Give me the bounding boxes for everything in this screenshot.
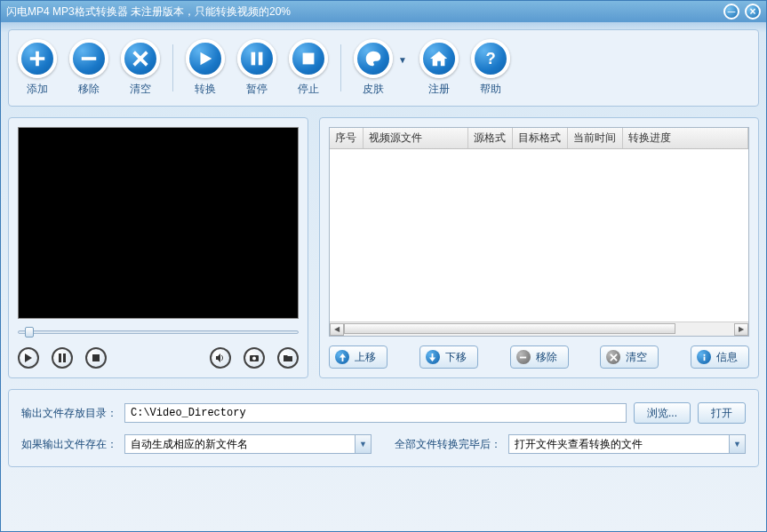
preview-pause-button[interactable] xyxy=(52,347,73,369)
titlebar: 闪电MP4 MP3格式转换器 未注册版本，只能转换视频的20% ─ × xyxy=(1,1,766,22)
output-panel: 输出文件存放目录： 浏览... 打开 如果输出文件存在： 自动生成相应的新文件名… xyxy=(8,389,759,467)
video-preview xyxy=(18,127,299,319)
svg-rect-10 xyxy=(520,356,526,358)
col-dstfmt[interactable]: 目标格式 xyxy=(513,128,568,148)
home-icon xyxy=(419,39,459,78)
file-list-panel: 序号 视频源文件 源格式 目标格式 当前时间 转换进度 ◀ ▶ xyxy=(319,117,759,378)
preview-open-button[interactable] xyxy=(277,347,299,369)
preview-panel xyxy=(8,117,308,378)
table-hscrollbar[interactable]: ◀ ▶ xyxy=(330,322,748,336)
info-icon xyxy=(697,350,711,364)
play-icon xyxy=(186,39,225,78)
svg-rect-3 xyxy=(303,53,315,65)
skin-button[interactable]: 皮肤 xyxy=(354,39,393,97)
svg-rect-6 xyxy=(63,353,66,362)
preview-snapshot-button[interactable] xyxy=(244,347,265,369)
svg-rect-12 xyxy=(703,356,705,361)
arrow-down-icon xyxy=(426,350,440,364)
help-button[interactable]: ? 帮助 xyxy=(471,39,510,97)
svg-rect-7 xyxy=(92,354,100,361)
arrow-up-icon xyxy=(335,350,349,364)
output-dir-input[interactable] xyxy=(124,403,627,423)
info-button[interactable]: 信息 xyxy=(691,345,749,369)
minimize-button[interactable]: ─ xyxy=(723,4,739,20)
clear-button[interactable]: 清空 xyxy=(121,39,160,97)
remove-button[interactable]: 移除 xyxy=(69,39,108,97)
minus-icon xyxy=(69,39,108,78)
col-time[interactable]: 当前时间 xyxy=(568,128,623,148)
svg-point-9 xyxy=(252,357,256,361)
file-table: 序号 视频源文件 源格式 目标格式 当前时间 转换进度 ◀ ▶ xyxy=(329,127,749,337)
stop-icon xyxy=(289,39,328,78)
browse-button[interactable]: 浏览... xyxy=(634,402,691,424)
svg-rect-1 xyxy=(252,52,256,66)
stop-button[interactable]: 停止 xyxy=(289,39,328,97)
chevron-down-icon: ▼ xyxy=(355,435,371,453)
scroll-left-icon[interactable]: ◀ xyxy=(330,323,344,336)
move-down-button[interactable]: 下移 xyxy=(419,345,478,369)
chevron-down-icon: ▼ xyxy=(729,435,745,453)
skin-icon xyxy=(354,39,393,78)
convert-button[interactable]: 转换 xyxy=(186,39,225,97)
pause-button[interactable]: 暂停 xyxy=(237,39,276,97)
list-remove-button[interactable]: 移除 xyxy=(510,345,569,369)
svg-rect-0 xyxy=(82,57,97,60)
preview-play-button[interactable] xyxy=(18,347,39,369)
svg-rect-5 xyxy=(59,353,61,362)
table-body[interactable] xyxy=(330,149,748,322)
svg-rect-2 xyxy=(259,52,263,66)
minus-icon xyxy=(516,350,531,364)
svg-point-11 xyxy=(703,353,705,355)
table-header: 序号 视频源文件 源格式 目标格式 当前时间 转换进度 xyxy=(330,128,748,149)
after-combo[interactable]: 打开文件夹查看转换的文件 ▼ xyxy=(508,434,746,454)
register-button[interactable]: 注册 xyxy=(419,39,459,97)
after-label: 全部文件转换完毕后： xyxy=(395,437,501,452)
close-button[interactable]: × xyxy=(745,4,761,20)
exists-combo[interactable]: 自动生成相应的新文件名 ▼ xyxy=(124,434,372,454)
main-toolbar: 添加 移除 清空 转换 暂停 xyxy=(8,29,759,107)
col-srcfmt[interactable]: 源格式 xyxy=(468,128,513,148)
move-up-button[interactable]: 上移 xyxy=(329,345,387,369)
col-source[interactable]: 视频源文件 xyxy=(364,128,468,148)
preview-stop-button[interactable] xyxy=(85,347,107,369)
x-icon xyxy=(121,39,160,78)
col-progress[interactable]: 转换进度 xyxy=(623,128,748,148)
add-button[interactable]: 添加 xyxy=(18,39,57,97)
question-icon: ? xyxy=(471,39,510,78)
scroll-right-icon[interactable]: ▶ xyxy=(734,323,748,336)
col-index[interactable]: 序号 xyxy=(330,128,364,148)
plus-icon xyxy=(18,39,57,78)
skin-dropdown-icon[interactable]: ▼ xyxy=(398,55,407,65)
output-dir-label: 输出文件存放目录： xyxy=(21,406,117,421)
open-folder-button[interactable]: 打开 xyxy=(698,402,746,424)
exists-label: 如果输出文件存在： xyxy=(21,437,117,452)
seek-slider[interactable] xyxy=(18,326,299,338)
list-clear-button[interactable]: 清空 xyxy=(600,345,659,369)
svg-text:?: ? xyxy=(485,49,495,67)
x-icon xyxy=(606,350,620,364)
pause-icon xyxy=(237,39,276,78)
preview-volume-button[interactable] xyxy=(210,347,231,369)
app-title: 闪电MP4 MP3格式转换器 未注册版本，只能转换视频的20% xyxy=(6,4,291,20)
